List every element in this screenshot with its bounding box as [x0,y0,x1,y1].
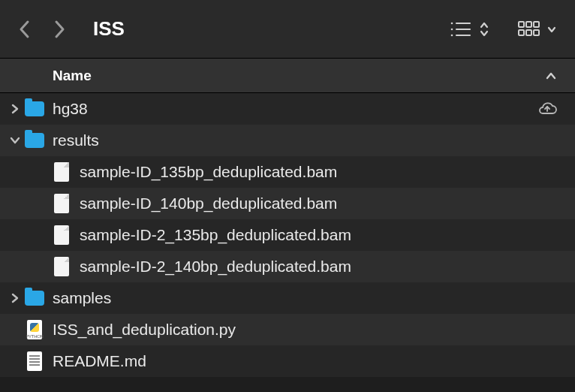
folder-row[interactable]: hg38 [0,93,575,125]
svg-rect-11 [534,30,539,35]
column-name: Name [53,68,545,84]
column-header[interactable]: Name [0,59,575,93]
sort-indicator [545,71,557,80]
svg-rect-9 [519,30,524,35]
item-name: sample-ID-2_140bp_deduplicated.bam [80,258,558,276]
folder-icon [25,133,44,148]
item-name: sample-ID-2_135bp_deduplicated.bam [80,226,558,244]
file-icon [54,257,69,276]
item-name: sample-ID_135bp_deduplicated.bam [80,163,558,181]
cloud-download-icon[interactable] [536,101,558,117]
svg-point-2 [451,28,453,30]
file-row[interactable]: PYTHONISS_and_deduplication.py [0,314,575,345]
file-row[interactable]: sample-ID-2_135bp_deduplicated.bam [0,219,575,251]
file-row[interactable]: sample-ID_140bp_deduplicated.bam [0,188,575,219]
disclosure-triangle[interactable] [8,136,23,145]
item-name: samples [53,289,558,307]
disclosure-triangle[interactable] [8,104,23,114]
window-title: ISS [93,17,125,41]
file-row[interactable]: sample-ID_135bp_deduplicated.bam [0,156,575,188]
svg-point-4 [451,34,453,36]
chevron-down-icon [546,24,557,35]
folder-icon [25,101,44,116]
group-button[interactable] [518,20,557,38]
file-row[interactable]: README.md [0,345,575,377]
folder-icon [25,291,44,306]
grid-icon [518,20,540,38]
chevron-right-icon [53,19,66,40]
item-name: sample-ID_140bp_deduplicated.bam [80,194,558,213]
folder-row[interactable]: results [0,125,575,156]
svg-rect-7 [526,22,531,27]
item-name: README.md [53,352,558,370]
up-down-icon [479,20,489,38]
file-list: hg38resultssample-ID_135bp_deduplicated.… [0,93,575,377]
svg-rect-8 [534,22,539,27]
file-row[interactable]: sample-ID-2_140bp_deduplicated.bam [0,251,575,282]
chevron-up-icon [545,71,557,80]
svg-point-0 [451,22,453,24]
forward-button[interactable] [53,19,66,40]
file-icon [54,194,69,213]
svg-rect-6 [519,22,524,27]
list-icon [449,20,471,38]
python-file-icon: PYTHON [27,320,42,339]
view-mode-button[interactable] [449,20,489,38]
item-name: results [53,131,558,149]
folder-row[interactable]: samples [0,282,575,314]
toolbar: ISS [0,0,575,59]
file-icon [54,225,69,245]
disclosure-triangle[interactable] [8,293,23,303]
file-icon [54,162,69,182]
item-name: ISS_and_deduplication.py [53,321,558,339]
svg-rect-10 [526,30,531,35]
back-button[interactable] [18,19,32,40]
item-name: hg38 [53,100,536,118]
markdown-file-icon [27,351,42,371]
chevron-left-icon [18,19,32,40]
